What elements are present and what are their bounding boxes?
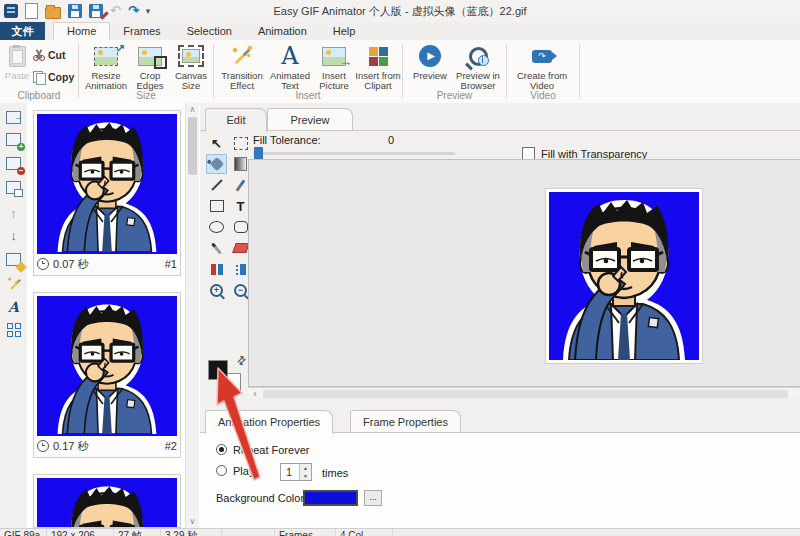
transition-effect-button[interactable]: Transition Effect [218, 43, 266, 91]
clock-icon [37, 258, 49, 270]
clock-icon [37, 440, 49, 452]
frame-actions-strip: → + − ↑ ↓ A [0, 103, 28, 528]
status-duration: 3.29 秒 [161, 529, 222, 536]
create-from-video-button[interactable]: ↷ Create from Video [513, 43, 571, 91]
app-window: ↶ ↷ ▾ Easy GIF Animator 个人版 - 虚拟头像（蓝底）22… [0, 0, 800, 536]
canvas-image[interactable] [546, 189, 702, 363]
cut-button[interactable]: Cut [33, 49, 66, 61]
frame-3-image [37, 478, 177, 528]
replace-color-tool[interactable] [206, 259, 227, 279]
video-camera-icon: ↷ [532, 50, 552, 63]
repeat-forever-radio[interactable] [216, 444, 227, 455]
scrollbar-thumb[interactable] [188, 117, 197, 175]
add-frame-icon[interactable]: + [6, 132, 21, 147]
tab-edit[interactable]: Edit [205, 108, 267, 132]
color-picker-tool[interactable] [206, 238, 227, 258]
frame-1-number: #1 [165, 258, 177, 270]
tab-animation-properties[interactable]: Animation Properties [205, 410, 333, 434]
tool-palette: ↖ T + − [206, 133, 252, 300]
canvas-size-button[interactable]: Canvas Size [171, 43, 211, 91]
move-frame-up-icon[interactable]: ↑ [6, 206, 21, 221]
scroll-up-arrow[interactable]: ∧ [186, 103, 199, 116]
tab-selection[interactable]: Selection [174, 22, 245, 40]
status-frames: Frames [275, 529, 336, 536]
frame-2-delay: 0.17 秒 [53, 439, 88, 454]
preview-button[interactable]: ▶ Preview [409, 43, 451, 81]
play-times-value: 1 [286, 466, 292, 478]
repeat-forever-label: Repeat Forever [233, 444, 309, 456]
export-frame-icon[interactable]: → [6, 110, 21, 125]
foreground-color-swatch[interactable] [208, 360, 228, 380]
canvas-size-icon [178, 45, 204, 67]
status-frame-count: 27 帧 [114, 529, 161, 536]
clipart-icon [369, 47, 388, 66]
spinner-down-button[interactable]: ▼ [299, 472, 311, 480]
thumbnail-scrollbar[interactable]: ∧ ∨ [185, 103, 199, 528]
line-tool[interactable] [206, 175, 227, 195]
window-title: Easy GIF Animator 个人版 - 虚拟头像（蓝底）22.gif [0, 4, 800, 19]
tab-preview[interactable]: Preview [267, 108, 353, 131]
play-times-spinner[interactable]: 1 ▲ ▼ [280, 463, 312, 481]
browser-magnifier-icon [469, 47, 488, 66]
fill-bucket-tool[interactable] [206, 154, 227, 174]
tab-home[interactable]: Home [53, 22, 110, 40]
editor-area: Edit Preview Fill Tolerance: 0 Fill with… [200, 103, 800, 398]
ribbon: Paste Cut Copy Clipboard ↗ Resize Animat… [0, 40, 800, 104]
preview-in-browser-button[interactable]: Preview in Browser [453, 43, 503, 91]
group-label-insert: Insert [214, 90, 402, 101]
ribbon-group-size: ↗ Resize Animation Crop Edges Canvas Siz… [79, 40, 213, 102]
play-label: Play [233, 465, 254, 477]
duplicate-frame-icon[interactable] [6, 180, 21, 195]
resize-animation-button[interactable]: ↗ Resize Animation [83, 43, 129, 91]
zoom-in-tool[interactable]: + [206, 280, 227, 300]
crop-edges-button[interactable]: Crop Edges [131, 43, 169, 91]
status-bar: GIF 89a 192 x 206 27 帧 3.29 秒 Frames 4 C… [0, 528, 800, 536]
move-frame-down-icon[interactable]: ↓ [6, 228, 21, 243]
group-label-size: Size [79, 90, 213, 101]
frame-thumbnail-2[interactable]: 0.17 秒 #2 [33, 292, 181, 458]
frame-thumbnail-1[interactable]: 0.07 秒 #1 [33, 110, 181, 276]
frame-2-number: #2 [165, 440, 177, 452]
fill-tolerance-slider[interactable] [253, 152, 455, 155]
delete-frame-icon[interactable]: − [6, 156, 21, 171]
pointer-tool[interactable]: ↖ [206, 133, 227, 153]
rectangle-tool[interactable] [206, 196, 227, 216]
play-radio[interactable] [216, 465, 227, 476]
globe-icon [478, 55, 489, 66]
status-dimensions: 192 x 206 [47, 529, 114, 536]
paste-icon [9, 46, 26, 67]
edit-frame-icon[interactable] [6, 252, 21, 267]
copy-icon [33, 71, 45, 83]
status-colors: 4 Col [336, 529, 393, 536]
frame-grid-icon[interactable] [6, 322, 21, 337]
animated-text-button[interactable]: A Animated Text [268, 43, 312, 91]
animated-text-icon: A [281, 44, 298, 68]
animation-background-color-swatch[interactable] [303, 490, 358, 506]
tab-help[interactable]: Help [320, 22, 369, 40]
insert-picture-button[interactable]: → Insert Picture [314, 43, 354, 91]
marquee-select-tool[interactable] [230, 133, 251, 153]
insert-from-clipart-button[interactable]: Insert from Clipart [354, 43, 402, 91]
ribbon-group-clipboard: Paste Cut Copy Clipboard [0, 40, 78, 102]
wand-tool-icon[interactable] [6, 276, 21, 291]
tab-frames[interactable]: Frames [110, 22, 173, 40]
ellipse-tool[interactable] [206, 217, 227, 237]
ribbon-group-video: ↷ Create from Video Video [507, 40, 579, 102]
tab-frame-properties[interactable]: Frame Properties [350, 410, 461, 433]
paste-button: Paste [2, 43, 32, 81]
edit-canvas[interactable] [248, 159, 800, 387]
group-label-video: Video [507, 90, 579, 101]
background-color-browse-button[interactable]: ... [364, 490, 382, 506]
text-tool-strip-icon[interactable]: A [6, 299, 21, 314]
copy-button[interactable]: Copy [33, 71, 74, 83]
animation-properties-panel: Repeat Forever Play 1 ▲ ▼ times Backgrou… [200, 432, 800, 529]
background-color-label: Background Color: [216, 492, 307, 504]
status-spacer [222, 529, 275, 536]
file-menu-button[interactable]: 文件 [0, 22, 45, 40]
frame-1-image [37, 114, 177, 254]
play-icon: ▶ [419, 45, 441, 67]
frame-thumbnail-3[interactable] [33, 474, 181, 528]
tab-animation[interactable]: Animation [245, 22, 320, 40]
times-label: times [322, 467, 348, 479]
scroll-down-arrow[interactable]: ∨ [186, 515, 199, 528]
